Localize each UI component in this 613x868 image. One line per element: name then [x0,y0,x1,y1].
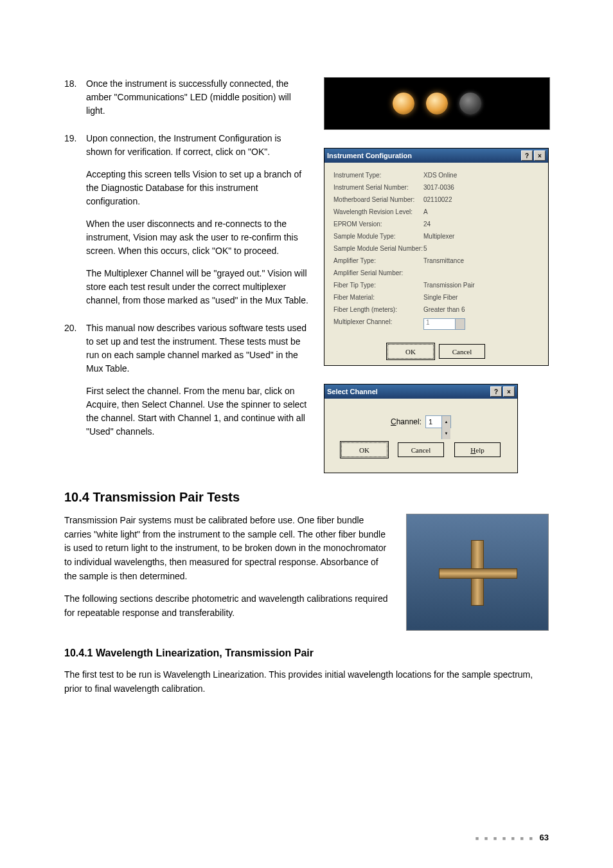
led-strip-figure [324,77,550,130]
titlebar: Select Channel ? × [324,384,517,399]
cfg-value: Greater than 6 [423,306,465,313]
cfg-label: Multiplexer Channel: [333,318,423,330]
section-paragraph: Transmission Pair systems must be calibr… [64,514,391,583]
cfg-value: A [423,208,428,215]
cfg-value: Multiplexer [423,233,454,240]
cfg-value: Single Fiber [423,294,458,301]
subsection-heading: 10.4.1 Wavelength Linearization, Transmi… [64,647,549,659]
led-power-icon [393,93,414,114]
cfg-value: 02110022 [423,196,452,203]
step-text: When the user disconnects and re-connect… [86,217,308,258]
cfg-value: XDS Online [423,172,457,179]
step-18: 18. Once the instrument is successfully … [64,77,308,118]
cfg-label: Sample Module Serial Number: [333,245,423,252]
step-text: Upon connection, the Instrument Configur… [86,132,308,159]
cfg-label: Sample Module Type: [333,233,423,240]
section-heading: 10.4 Transmission Pair Tests [64,490,549,505]
cfg-label: Amplifier Type: [333,257,423,264]
cfg-label: Fiber Tip Type: [333,282,423,289]
step-number: 20. [64,321,86,439]
dialog-title: Select Channel [327,388,378,395]
cfg-label: Motherboard Serial Number: [333,196,423,203]
led-status-icon [459,93,481,114]
led-comm-icon [426,93,448,114]
multiplexer-channel-combo: 1 [423,318,465,330]
step-20: 20. This manual now describes various so… [64,321,308,439]
help-title-button[interactable]: ? [521,150,533,161]
footer-dots-icon: ■ ■ ■ ■ ■ ■ ■ [475,835,535,842]
step-text: This manual now describes various softwa… [86,321,308,375]
channel-value: 1 [429,418,432,426]
ok-button[interactable]: OK [387,344,434,359]
cfg-label: Instrument Serial Number: [333,184,423,191]
cfg-label: Instrument Type: [333,172,423,179]
titlebar: Instrument Configuration ? × [324,149,548,163]
step-number: 18. [64,77,86,118]
cfg-label: Fiber Length (meters): [333,306,423,313]
channel-spinner[interactable]: 1 ▲▼ [425,415,451,428]
channel-label: Channel: [391,417,422,426]
step-number: 19. [64,132,86,307]
cancel-button[interactable]: Cancel [439,344,485,359]
cfg-label: Amplifier Serial Number: [333,269,423,276]
cfg-label: Wavelength Revision Level: [333,208,423,215]
spinner-up-icon[interactable]: ▲ [441,416,450,428]
page-number: 63 [540,833,549,842]
help-title-button[interactable]: ? [490,386,502,397]
cfg-value: 24 [423,221,431,228]
step-text: The Multiplexer Channel will be "grayed … [86,267,308,307]
close-title-button[interactable]: × [503,386,515,397]
ok-button[interactable]: OK [341,442,387,457]
section-paragraph: The first test to be run is Wavelength L… [64,668,549,696]
close-title-button[interactable]: × [534,150,546,161]
cfg-label: EPROM Version: [333,221,423,228]
cancel-button[interactable]: Cancel [398,442,444,457]
cfg-value: 3017-0036 [423,184,454,191]
step-text: First select the channel. From the menu … [86,384,308,439]
page-footer: ■ ■ ■ ■ ■ ■ ■ 63 [475,833,549,842]
spinner-down-icon[interactable]: ▼ [441,428,450,439]
transmission-pair-photo [406,514,549,631]
section-paragraph: The following sections describe photomet… [64,592,391,620]
step-text: Accepting this screen tells Vision to se… [86,168,308,208]
dialog-title: Instrument Configuration [327,152,412,159]
step-19: 19. Upon connection, the Instrument Conf… [64,132,308,307]
select-channel-dialog: Select Channel ? × Channel: 1 ▲▼ OK [324,384,518,473]
step-text: Once the instrument is successfully conn… [86,77,308,118]
cfg-value: Transmittance [423,257,464,264]
help-button[interactable]: Help [454,442,501,457]
cfg-label: Fiber Material: [333,294,423,301]
cfg-value: 5 [423,245,427,252]
cfg-value: Transmission Pair [423,282,475,289]
instrument-configuration-dialog: Instrument Configuration ? × Instrument … [324,148,549,366]
